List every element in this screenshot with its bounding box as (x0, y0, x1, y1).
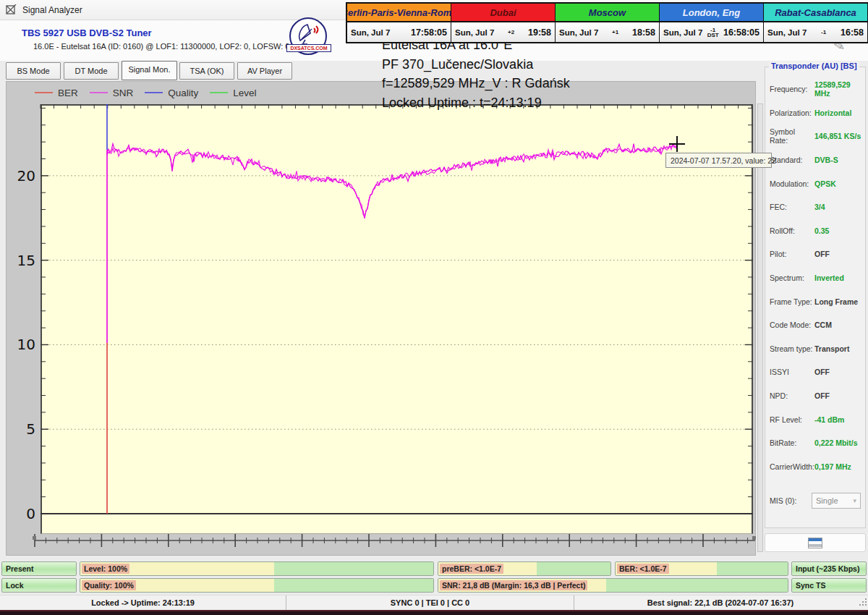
indicator-preber: preBER: <1.0E-7 (438, 561, 611, 576)
clock-time: Sun, Jul 7-116:58 (764, 22, 867, 42)
transponder-value: DVB-S (814, 156, 838, 164)
indicator-label: preBER: <1.0E-7 (440, 564, 503, 574)
annotation-line: PF 370_Lučenec/Slovakia (382, 55, 570, 75)
transponder-rows: Frequency:12589,529 MHzPolarization:Hori… (770, 77, 864, 478)
transponder-label: Pilot: (770, 250, 814, 258)
transponder-value: Transport (814, 344, 849, 353)
tab-dt-mode[interactable]: DT Mode (64, 62, 119, 80)
indicator-snr: SNR: 21,8 dB (Margin: 16,3 dB | Perfect) (438, 578, 788, 593)
logo-caption: DXSATCS.COM (286, 44, 331, 52)
y-tick-label: 10 (8, 336, 35, 353)
transponder-value: Inverted (814, 273, 844, 282)
indicator-label: Input (~235 Kbps) (793, 564, 861, 574)
clock-city: Rabat-Casablanca (764, 4, 867, 22)
resize-grip[interactable] (858, 598, 867, 607)
transponder-label: Frame Type: (770, 297, 814, 306)
indicator-label: Level: 100% (82, 564, 129, 574)
transponder-label: RF Level: (770, 415, 814, 424)
ts-list-button[interactable] (765, 533, 866, 552)
status-bar: Locked -> Uptime: 24:13:19SYNC 0 | TEI 0… (0, 595, 868, 610)
satellite-dish-icon (296, 22, 322, 46)
indicator-label: Present (4, 564, 36, 574)
clock-time: Sun, Jul 7-1DST16:58:05 (660, 22, 763, 42)
tab-bs-mode[interactable]: BS Mode (6, 62, 61, 80)
statusbar-segment-2: SYNC 0 | TEI 0 | CC 0 (286, 595, 574, 610)
transponder-row: RollOff:0.35 (770, 219, 864, 243)
indicator-label: Quality: 100% (82, 580, 136, 590)
annotation-line: f=12589,529 MHz_V : R Gdańsk (382, 74, 570, 93)
transponder-label: CarrierWidth: (770, 462, 814, 471)
chart-scrollbar[interactable] (757, 103, 763, 552)
transponder-value: 12589,529 MHz (814, 80, 864, 98)
transponder-value: CCM (814, 321, 832, 329)
transponder-label: Symbol Rate: (770, 127, 814, 145)
y-tick-label: 20 (8, 167, 35, 184)
transponder-value: 3/4 (814, 203, 825, 211)
indicator-label: Sync TS (793, 580, 827, 590)
indicator-ber: BER: <1.0E-7 (615, 561, 788, 576)
signal-chart[interactable]: BERSNRQualityLevel 05101520 (6, 81, 756, 556)
transponder-value: QPSK (814, 179, 836, 188)
transponder-label: BitRate: (770, 438, 814, 447)
chevron-down-icon: ▾ (853, 497, 856, 504)
tab-tsa-ok-[interactable]: TSA (OK) (179, 62, 234, 80)
world-clock-panel: Berlin-Paris-Vienna-RomaSun, Jul 717:58:… (346, 2, 868, 43)
chart-canvas (7, 82, 757, 556)
indicator-label: Lock (4, 580, 26, 590)
indicator-fill (80, 562, 433, 575)
window-bottom-edge (0, 610, 868, 615)
indicator-level: Level: 100% (80, 561, 434, 576)
transponder-value: OFF (814, 391, 830, 400)
y-tick-label: 0 (8, 505, 35, 522)
transponder-value: 146,851 KS/s (814, 132, 861, 140)
transponder-value: 0.35 (814, 226, 829, 235)
transponder-value: Long Frame (814, 297, 858, 306)
transponder-label: Stream type: (770, 344, 814, 353)
indicator-present: Present (1, 561, 77, 576)
tab-av-player[interactable]: AV Player (237, 62, 292, 80)
annotation-line: Locked Uptime : t=24:13:19 (382, 93, 570, 113)
chart-tooltip: 2024-07-07 17.57.20, value: 22 (665, 153, 772, 168)
clock-cell-3: MoscowSun, Jul 7+118:58 (555, 4, 659, 42)
transponder-label: Frequency: (770, 85, 814, 93)
clock-cell-2: DubaiSun, Jul 7+219:58 (451, 4, 555, 42)
transponder-row: Pilot:OFF (770, 242, 864, 266)
transponder-row: ISSYIOFF (770, 360, 864, 384)
transponder-label: Code Mode: (770, 321, 814, 329)
clock-city: Berlin-Paris-Vienna-Roma (347, 4, 451, 22)
clock-cell-5: Rabat-CasablancaSun, Jul 7-116:58 (763, 4, 867, 42)
chart-annotation-overlay: Eutelsat 16A at 16.0°EPF 370_Lučenec/Slo… (382, 35, 570, 112)
transponder-row: Spectrum:Inverted (770, 266, 864, 290)
ts-list-icon (808, 538, 822, 548)
transponder-row: Standard:DVB-S (770, 148, 864, 172)
transponder-row: Polarization:Horizontal (770, 101, 864, 125)
transponder-value: 0,197 MHz (814, 462, 851, 471)
crosshair-cursor (669, 143, 685, 145)
transponder-label: NPD: (770, 391, 814, 400)
indicator-quality: Quality: 100% (80, 578, 434, 593)
indicator-lock: Lock (1, 578, 77, 593)
transponder-value: OFF (814, 368, 830, 376)
mis-dropdown[interactable]: Single ▾ (812, 493, 861, 509)
transponder-row: BitRate:0,222 Mbit/s (770, 431, 864, 455)
transponder-label: Standard: (770, 156, 814, 164)
transponder-label: FEC: (770, 203, 814, 211)
indicator-input-235-kbps-: Input (~235 Kbps) (791, 561, 867, 576)
transponder-value: Horizontal (814, 109, 851, 117)
transponder-row: RF Level:-41 dBm (770, 407, 864, 431)
transponder-label: Spectrum: (770, 273, 814, 282)
transponder-value: OFF (814, 250, 830, 258)
transponder-row: Frequency:12589,529 MHz (770, 77, 864, 101)
statusbar-segment-3: Best signal: 22,1 dB (2024-07-07 16:37) (574, 595, 867, 610)
tab-signal-mon-[interactable]: Signal Mon. (122, 61, 177, 80)
transponder-row: CarrierWidth:0,197 MHz (770, 455, 864, 479)
transponder-value: 0,222 Mbit/s (814, 438, 858, 447)
transponder-row: Frame Type:Long Frame (770, 289, 864, 313)
mis-value: Single (816, 496, 838, 505)
tuner-title: TBS 5927 USB DVB-S2 Tuner (22, 27, 152, 38)
app-icon (6, 4, 17, 15)
transponder-panel: Transponder (AU) [BS] Frequency:12589,52… (765, 67, 866, 528)
transponder-label: Modulation: (770, 179, 814, 188)
clock-time: Sun, Jul 7+118:58 (556, 22, 659, 42)
transponder-row: Symbol Rate:146,851 KS/s (770, 124, 864, 148)
